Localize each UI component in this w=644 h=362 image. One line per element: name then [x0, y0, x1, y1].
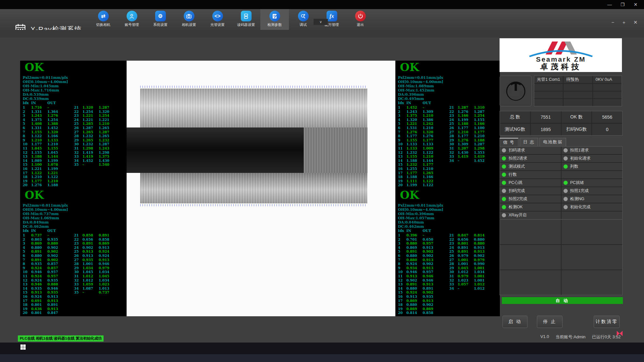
xray-power-button[interactable] [500, 76, 532, 106]
measurement-info: Pxl2mm=0.011mm/plxOH[0.10mm~4.00mm]OH-Mi… [398, 76, 443, 101]
outer-close-icon[interactable]: ✕ [629, 0, 642, 9]
table-row: 200.8140.858 [398, 311, 447, 315]
toolbar-item-exit[interactable]: 退出 [346, 9, 375, 30]
table-row: 91.1551.177 [398, 138, 447, 142]
table-row: 51.4081.388 [23, 122, 72, 126]
tab-log[interactable]: 日 志 [520, 138, 539, 147]
result-panel-top-right: OK Pxl2mm=0.011mm/plxOH[0.10mm~4.00mm]OH… [395, 61, 500, 188]
signal-cell [562, 171, 623, 178]
table-row: 110.9240.957 [23, 274, 72, 278]
table-row: 341.0871.013 [74, 286, 123, 291]
power-icon [506, 81, 526, 101]
table-row: 151.2321.177 [398, 163, 447, 167]
signal-dot [564, 181, 568, 185]
table-row: 90.9240.857 [23, 266, 72, 270]
table-row: 80.9240.902 [398, 262, 447, 266]
table-row: 34–1.452 [449, 159, 499, 163]
toolbar-item-tube-settings[interactable]: <> 光管设置 [203, 9, 232, 30]
table-row: 191.1111.122 [398, 179, 447, 183]
signal-cell: PC心跳 [500, 179, 561, 187]
table-row: 291.2761.188 [449, 138, 499, 142]
table-row: 71.2761.320 [398, 130, 447, 134]
toolbar-item-switch-camera[interactable]: ⇄ 切换相机 [89, 9, 118, 30]
table-row: 30.8690.880 [23, 241, 72, 246]
table-row: 161.2551.210 [398, 167, 447, 171]
signal-dot [502, 148, 506, 152]
table-row: 311.0121.045 [74, 274, 123, 278]
table-row: 91.2101.133 [23, 138, 72, 142]
table-row: 35–1.540 [74, 163, 123, 167]
app-close-icon[interactable]: ✕ [633, 19, 638, 26]
signal-dot [564, 173, 568, 177]
table-row: 141.1881.144 [398, 159, 447, 163]
auto-mode-bar[interactable]: 自 动 [502, 297, 623, 304]
tube-cell [564, 99, 592, 106]
table-row: 240.8910.913 [449, 246, 499, 250]
table-row: 260.9790.902 [449, 254, 499, 258]
table-row: 281.0010.990 [449, 262, 499, 266]
outer-taskbar: 搜索 ∧ 英 17:34 [0, 354, 644, 362]
signal-cell: 测试模式 [500, 163, 561, 170]
signal-grid-empty-rows [500, 219, 623, 295]
start-button[interactable]: 启 动 [502, 316, 527, 328]
electrode-stripes-top [140, 89, 367, 127]
table-row: 81.1771.276 [398, 134, 447, 138]
toolbar-item-detect-params[interactable]: 检测参数 [260, 9, 289, 30]
table-row: 230.8010.880 [449, 241, 499, 246]
result-status: OK [25, 61, 44, 74]
count-clear-button[interactable]: 计数清零 [594, 316, 620, 328]
signal-dot [502, 164, 506, 169]
table-row: 170.8690.913 [398, 299, 447, 303]
measurement-info: Pxl2mm=0.011mm/plxOH[0.10mm~4.00mm]OH-Mi… [398, 203, 443, 229]
table-row: 21.3311.364 [23, 110, 72, 114]
table-row: 331.0571.012 [449, 282, 499, 286]
table-row: 271.2651.287 [74, 130, 123, 134]
table-row: 151.1001.078 [23, 163, 72, 167]
stat-label-scan-ng: 扫码NG数 [562, 124, 592, 135]
result-status: OK [400, 61, 419, 74]
dark-band-lower [127, 150, 303, 173]
table-row: 120.9240.935 [23, 278, 72, 283]
tab-battery-data[interactable]: 电池数据 [539, 138, 566, 147]
table-row: 61.5311.210 [398, 126, 447, 130]
table-header: IdxINOUT [23, 229, 64, 233]
table-row: 270.9350.913 [74, 258, 123, 262]
app-add-icon[interactable]: ＋ [621, 19, 626, 26]
stop-button[interactable]: 停 止 [537, 316, 563, 328]
start-button-icon[interactable] [20, 344, 26, 350]
stat-value-total: 7551 [531, 111, 561, 123]
toolbar-item-system-settings[interactable]: ⚙ 系统设置 [146, 9, 175, 30]
app-minimize-icon[interactable]: − [612, 19, 614, 26]
tab-signal[interactable]: 信 号 [500, 138, 518, 147]
table-row: 41.3201.386 [398, 118, 447, 122]
tube-cell [564, 84, 592, 91]
table-row: 140.9350.946 [23, 286, 72, 291]
signal-cell: 拍照1完成 [562, 187, 623, 195]
table-row: 240.9020.913 [74, 246, 123, 250]
toolbar-item-debug[interactable]: 调试 [289, 9, 317, 30]
toolbar-item-account[interactable]: 账号管理 [118, 9, 146, 30]
table-row: 321.4191.298 [74, 151, 123, 155]
table-row: 301.3091.287 [449, 142, 499, 146]
result-panel-top-left: OK Pxl2mm=0.011mm/plxOH[0.10mm~4.00mm]OH… [20, 61, 127, 188]
toolbar-item-camera-settings[interactable]: 相机设置 [175, 9, 203, 30]
fx-icon: fx [327, 11, 337, 21]
data-rows-right: 211.3201.287221.2541.320231.2211.254241.… [74, 105, 123, 167]
table-row: 261.2871.265 [74, 126, 123, 130]
signal-cell: 扫码完成 [500, 187, 561, 195]
stat-label-ok: OK 数 [562, 111, 592, 123]
chevron-down-icon[interactable]: ∨ [314, 19, 328, 25]
signal-dot [564, 156, 568, 161]
table-row: 181.2101.122 [23, 175, 72, 179]
toolbar-item-scanner-settings[interactable]: 读码器设置 [232, 9, 260, 30]
table-row: 201.2761.188 [23, 183, 72, 187]
outer-minimize-icon[interactable]: — [603, 0, 616, 9]
stat-value-ok: 5656 [592, 111, 622, 123]
table-row: 211.3201.287 [74, 105, 123, 110]
table-row: 291.0451.001 [449, 266, 499, 270]
table-row: 220.6560.880 [449, 237, 499, 242]
stats-table: 总 数 7551 OK 数 5656 测试NG数 1895 扫码NG数 0 [500, 111, 623, 136]
table-row: 281.0010.946 [74, 262, 123, 266]
outer-maximize-icon[interactable]: ❐ [616, 0, 629, 9]
table-row: 261.1771.100 [449, 126, 499, 130]
